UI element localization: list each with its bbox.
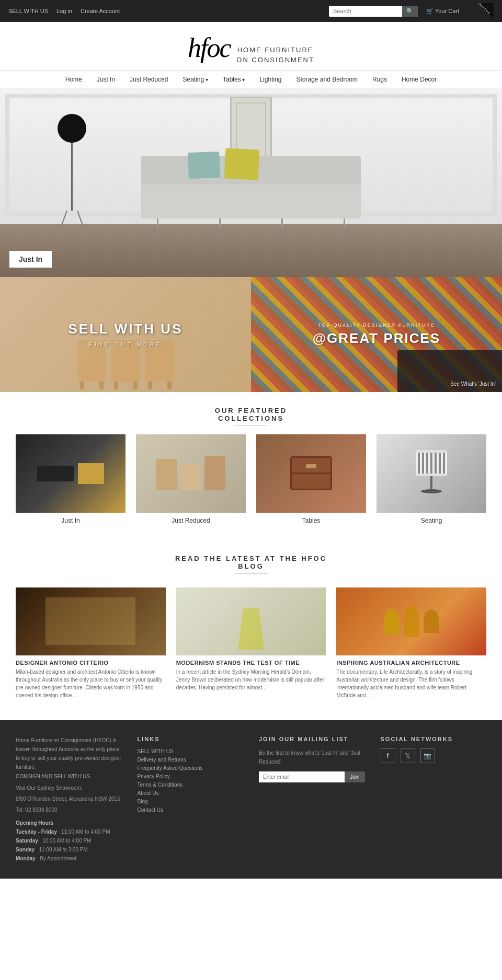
- search-button[interactable]: 🔍: [402, 6, 418, 17]
- two-banners: SELL WITH US FIND OUT MORE TOP-QUALITY D…: [0, 277, 502, 392]
- nav-home-decor[interactable]: Home Decor: [402, 76, 437, 83]
- footer-terms-link[interactable]: Terms & Conditions: [138, 782, 244, 788]
- footer-blog-link[interactable]: Blog: [138, 799, 244, 804]
- footer-about: Home Furniture on Consignment (HFOC) is …: [16, 736, 122, 863]
- nav-rugs[interactable]: Rugs: [372, 76, 387, 83]
- collection-just-reduced-label: Just Reduced: [136, 517, 246, 524]
- signup-tag[interactable]: Sign Up!: [476, 1, 491, 15]
- blog-post-1[interactable]: DESIGNER ANTONIO CITTERIO Milan-based de…: [16, 587, 166, 699]
- logo-subtitle: HOME FURNITURE ON CONSIGNMENT: [236, 45, 314, 64]
- blog2-text: In a recent article in the Sydney Mornin…: [176, 668, 326, 691]
- hero-banner[interactable]: Just In: [0, 89, 502, 277]
- email-join-form: Join: [259, 771, 365, 782]
- blog-grid: DESIGNER ANTONIO CITTERIO Milan-based de…: [16, 587, 486, 699]
- logo-brand[interactable]: hfoc: [188, 32, 231, 63]
- footer-faq-link[interactable]: Frequently Asked Questions: [138, 765, 244, 771]
- nav-just-in[interactable]: Just In: [97, 76, 115, 83]
- collection-seating[interactable]: Seating: [376, 434, 486, 524]
- footer-hours: Tuesday - Friday 11:00 AM to 4:00 PM Sat…: [16, 827, 122, 863]
- featured-title: OUR FEATUREDCOLLECTIONS: [0, 392, 502, 434]
- nav-storage-bedroom[interactable]: Storage and Bedroom: [296, 76, 357, 83]
- sell-with-us-topbar-link[interactable]: SELL WITH US: [8, 8, 48, 14]
- join-button[interactable]: Join: [345, 771, 364, 782]
- footer: Home Furniture on Consignment (HFOC) is …: [0, 720, 502, 879]
- logo-area: hfoc HOME FURNITURE ON CONSIGNMENT: [0, 22, 502, 71]
- footer-social: SOCIAL NETWORKS f 𝕏 📷: [381, 736, 487, 863]
- collection-grid: Just In Just Reduced Tables: [0, 434, 502, 540]
- consign-sell-link[interactable]: CONSIGN AND SELL WITH US: [16, 774, 122, 779]
- blog-post-2[interactable]: MODERNISM STANDS THE TEST OF TIME In a r…: [176, 587, 326, 699]
- nav-lighting[interactable]: Lighting: [259, 76, 281, 83]
- blog-title: READ THE LATEST AT THE HFOCBLOG: [0, 540, 502, 582]
- footer-about-link[interactable]: About Us: [138, 790, 244, 796]
- blog3-title: INSPIRING AUSTRALIAN ARCHITECTURE: [336, 660, 486, 666]
- tables-image: [256, 434, 366, 513]
- blog3-image: [336, 587, 486, 655]
- collection-tables-label: Tables: [256, 517, 366, 524]
- blog1-image: [16, 587, 166, 655]
- nav-seating[interactable]: Seating: [182, 76, 208, 83]
- social-icons: f 𝕏 📷: [381, 748, 487, 763]
- footer-contact-link[interactable]: Contact Us: [138, 807, 244, 813]
- login-link[interactable]: Log in: [56, 8, 72, 14]
- blog3-text: The documentary, Life Architecturally, i…: [336, 668, 486, 699]
- sell-with-us-banner[interactable]: SELL WITH US FIND OUT MORE: [0, 277, 251, 392]
- blog-post-3[interactable]: INSPIRING AUSTRALIAN ARCHITECTURE The do…: [336, 587, 486, 699]
- facebook-icon[interactable]: f: [381, 748, 395, 763]
- main-nav: Home Just In Just Reduced Seating Tables…: [0, 71, 502, 89]
- collection-just-in-label: Just In: [16, 517, 126, 524]
- email-input[interactable]: [259, 771, 345, 782]
- footer-mailing: JOIN OUR MAILING LIST Be the first to kn…: [259, 736, 365, 863]
- seating-image: [376, 434, 486, 513]
- nav-just-reduced[interactable]: Just Reduced: [130, 76, 168, 83]
- nav-home[interactable]: Home: [65, 76, 82, 83]
- create-account-link[interactable]: Create Account: [81, 8, 120, 14]
- just-reduced-image: [136, 434, 246, 513]
- blog1-title: DESIGNER ANTONIO CITTERIO: [16, 660, 166, 666]
- collection-seating-label: Seating: [376, 517, 486, 524]
- blog2-image: [176, 587, 326, 655]
- blog2-title: MODERNISM STANDS THE TEST OF TIME: [176, 660, 326, 666]
- footer-links: LINKS SELL WITH US Delivery and Returns …: [138, 736, 244, 863]
- footer-privacy-link[interactable]: Privacy Policy: [138, 774, 244, 779]
- search-wrap: 🔍: [329, 6, 418, 17]
- collection-tables[interactable]: Tables: [256, 434, 366, 524]
- footer-delivery-link[interactable]: Delivery and Returns: [138, 757, 244, 763]
- just-in-image: [16, 434, 126, 513]
- nav-tables[interactable]: Tables: [223, 76, 245, 83]
- collection-just-in[interactable]: Just In: [16, 434, 126, 524]
- instagram-icon[interactable]: 📷: [420, 748, 435, 763]
- twitter-icon[interactable]: 𝕏: [401, 748, 415, 763]
- hero-label[interactable]: Just In: [9, 251, 52, 268]
- great-prices-text: TOP-QUALITY DESIGNER FURNITURE @GREAT PR…: [313, 322, 440, 347]
- cart-link[interactable]: 🛒 Your Cart: [426, 8, 459, 15]
- blog1-text: Milan-based designer and architect Anton…: [16, 668, 166, 699]
- top-bar: SELL WITH US Log in Create Account 🔍 🛒 Y…: [0, 0, 502, 22]
- blog-section: DESIGNER ANTONIO CITTERIO Milan-based de…: [0, 582, 502, 715]
- collection-just-reduced[interactable]: Just Reduced: [136, 434, 246, 524]
- see-just-in-link[interactable]: See What's 'Just In': [450, 381, 496, 387]
- footer-sell-link[interactable]: SELL WITH US: [138, 748, 244, 754]
- great-prices-banner[interactable]: TOP-QUALITY DESIGNER FURNITURE @GREAT PR…: [251, 277, 502, 392]
- search-input[interactable]: [329, 6, 402, 16]
- sell-with-us-text: SELL WITH US FIND OUT MORE: [69, 321, 183, 348]
